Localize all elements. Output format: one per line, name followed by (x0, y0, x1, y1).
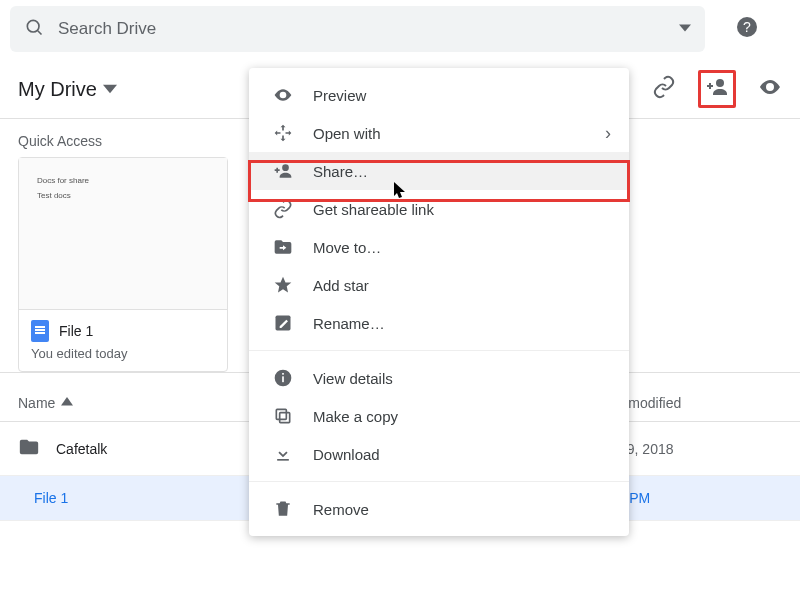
info-icon (269, 368, 297, 388)
svg-line-1 (38, 31, 42, 35)
search-icon (24, 17, 44, 41)
link-icon (269, 199, 297, 219)
doc-thumbnail: Docs for share Test docs (19, 158, 227, 310)
svg-rect-10 (280, 413, 290, 423)
svg-point-5 (282, 164, 289, 171)
svg-rect-12 (277, 459, 289, 461)
menu-item-label: Make a copy (313, 408, 609, 425)
svg-rect-9 (282, 373, 284, 375)
menu-item-star[interactable]: Add star (249, 266, 629, 304)
star-icon (269, 275, 297, 295)
menu-item-label: Open with (313, 125, 609, 142)
svg-rect-8 (282, 376, 284, 382)
menu-separator (249, 350, 629, 351)
folder-icon (18, 436, 40, 461)
search-bar[interactable]: Search Drive (10, 6, 705, 52)
menu-item-label: Rename… (313, 315, 609, 332)
context-menu: PreviewOpen withShare…Get shareable link… (249, 68, 629, 536)
search-dropdown-icon[interactable] (679, 20, 691, 38)
quick-access-card[interactable]: Docs for share Test docs File 1 You edit… (18, 157, 228, 372)
menu-item-label: View details (313, 370, 609, 387)
quick-access-title: File 1 (59, 323, 93, 339)
menu-item-label: Preview (313, 87, 609, 104)
menu-separator (249, 481, 629, 482)
eye-icon (269, 85, 297, 105)
menu-item-label: Move to… (313, 239, 609, 256)
menu-item-move[interactable]: Move to… (249, 228, 629, 266)
svg-text:?: ? (743, 19, 751, 35)
person-add-icon (269, 161, 297, 181)
menu-item-label: Remove (313, 501, 609, 518)
doc-icon (31, 320, 49, 342)
svg-point-0 (27, 20, 39, 32)
menu-item-open-with[interactable]: Open with (249, 114, 629, 152)
menu-item-label: Add star (313, 277, 609, 294)
open-with-icon (269, 123, 297, 143)
file-name: File 1 (34, 490, 68, 506)
menu-item-rename[interactable]: Rename… (249, 304, 629, 342)
quick-access-subtitle: You edited today (31, 346, 215, 361)
menu-item-link[interactable]: Get shareable link (249, 190, 629, 228)
mouse-cursor (394, 182, 408, 200)
breadcrumb-my-drive[interactable]: My Drive (18, 78, 117, 101)
menu-item-label: Get shareable link (313, 201, 609, 218)
copy-icon (269, 406, 297, 426)
get-link-icon[interactable] (652, 75, 676, 103)
share-toolbar-button[interactable] (698, 70, 736, 108)
menu-item-download[interactable]: Download (249, 435, 629, 473)
menu-item-person-add[interactable]: Share… (249, 152, 629, 190)
menu-item-copy[interactable]: Make a copy (249, 397, 629, 435)
breadcrumb-label: My Drive (18, 78, 97, 101)
chevron-down-icon (103, 82, 117, 96)
help-icon[interactable]: ? (735, 15, 759, 43)
trash-icon (269, 499, 297, 519)
rename-icon (269, 313, 297, 333)
menu-item-trash[interactable]: Remove (249, 490, 629, 528)
svg-point-4 (716, 79, 724, 87)
sort-arrow-up-icon (61, 397, 73, 409)
download-icon (269, 444, 297, 464)
svg-rect-11 (276, 409, 286, 419)
search-placeholder: Search Drive (58, 19, 679, 39)
menu-item-eye[interactable]: Preview (249, 76, 629, 114)
file-name: Cafetalk (56, 441, 107, 457)
menu-item-label: Share… (313, 163, 609, 180)
preview-toolbar-icon[interactable] (758, 75, 782, 103)
menu-item-info[interactable]: View details (249, 359, 629, 397)
menu-item-label: Download (313, 446, 609, 463)
move-icon (269, 237, 297, 257)
